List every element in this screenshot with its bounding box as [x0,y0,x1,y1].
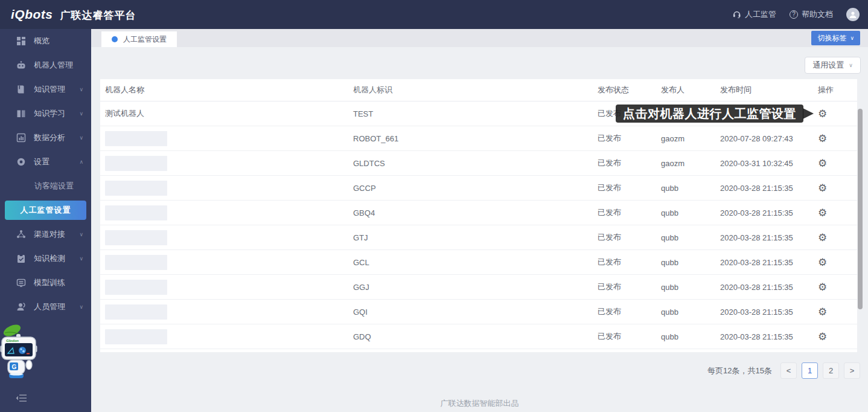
sidebar-item-model-training[interactable]: 模型训练 [0,271,91,295]
publish-status-cell: 已发布 [593,232,656,243]
table-row: GLDTCS 已发布 gaozm 2020-03-31 10:32:45 ⚙ [100,151,857,176]
collapse-sidebar-icon[interactable] [16,394,28,405]
publish-status-cell: 已发布 [593,158,656,169]
settings-gear-icon[interactable]: ⚙ [818,232,827,243]
redacted-name-block [105,280,167,295]
svg-text:G: G [12,364,17,370]
settings-gear-icon[interactable]: ⚙ [818,282,827,293]
publish-time-cell: 2020-03-31 10:32:45 [715,159,807,168]
publisher-cell: qubb [656,283,715,292]
table-header-row: 机器人名称 机器人标识 发布状态 发布人 发布时间 操作 [100,79,857,101]
sidebar-item-label: 人员管理 [34,301,65,312]
robot-id-cell: GLDTCS [348,159,593,168]
table-row: GBQ4 已发布 qubb 2020-03-28 21:15:35 ⚙ [100,201,857,225]
publish-status-cell: 已发布 [593,282,656,292]
user-avatar[interactable] [846,8,860,21]
settings-gear-icon[interactable]: ⚙ [818,331,827,343]
robot-icon [16,60,26,70]
settings-gear-icon[interactable]: ⚙ [818,133,827,144]
supervision-tooltip: 点击对机器人进行人工监管设置 [616,105,803,123]
publisher-cell: qubb [656,208,715,217]
robot-name-cell: 测试机器人 [100,108,348,119]
analysis-icon [16,133,26,143]
help-docs-link[interactable]: ? 帮助文档 [790,9,833,20]
sidebar-item-robot-management[interactable]: 机器人管理 [0,53,91,77]
sidebar-item-label: 模型训练 [34,277,65,288]
column-header-publish-status: 发布状态 [593,85,656,95]
publish-status-cell: 已发布 [593,257,656,268]
redacted-name-block [105,131,167,146]
mascot-image: Glodon G [0,324,37,385]
page-button-1[interactable]: 1 [802,362,818,379]
sidebar-item-label: 机器人管理 [34,60,73,71]
robot-id-cell: GGJ [348,283,593,292]
sidebar-item-manual-supervision-settings[interactable]: 人工监管设置 [5,201,86,220]
publish-time-cell: 2020-03-28 21:15:35 [715,258,807,267]
help-icon: ? [790,10,798,19]
table-row: GTJ 已发布 qubb 2020-03-28 21:15:35 ⚙ [100,225,857,250]
table-row: ROBOT_661 已发布 gaozm 2020-07-28 09:27:43 … [100,126,857,151]
publish-time-cell: 2020-03-28 21:15:35 [715,233,807,242]
learning-icon [16,109,26,118]
settings-gear-icon[interactable]: ⚙ [818,207,827,219]
app-header: iQbots 广联达睿答平台 人工监管 ? 帮助文档 [0,0,868,29]
manual-supervision-link[interactable]: 人工监管 [732,9,776,20]
tab-manual-supervision-settings[interactable]: 人工监管设置 [101,31,177,47]
sidebar-item-knowledge-management[interactable]: 知识管理 ∨ [0,77,91,101]
sidebar-item-knowledge-learning[interactable]: 知识学习 ∨ [0,101,91,126]
sidebar-item-channel-connect[interactable]: 渠道对接 ∨ [0,222,91,246]
chevron-down-icon: ∨ [79,256,83,262]
settings-gear-icon[interactable]: ⚙ [818,182,827,194]
next-page-button[interactable]: > [844,362,860,379]
sidebar-subitem-label: 人工监管设置 [21,205,71,216]
column-header-action: 操作 [807,85,857,95]
publish-time-cell: 2020-03-28 21:15:35 [715,332,807,341]
channel-icon [16,230,26,239]
settings-gear-icon[interactable]: ⚙ [818,158,827,169]
publisher-cell: gaozm [656,159,715,168]
redacted-name-block [105,329,167,344]
sidebar-item-data-analysis[interactable]: 数据分析 ∨ [0,126,91,150]
column-header-robot-name: 机器人名称 [100,85,348,95]
publish-time-cell: 2020-03-28 21:15:35 [715,208,807,217]
redacted-name-block [105,255,167,270]
redacted-name-block [105,304,167,320]
manual-supervision-label: 人工监管 [745,9,776,20]
publish-status-cell: 已发布 [593,306,656,317]
publish-status-cell: 已发布 [593,331,656,342]
platform-name: 广联达睿答平台 [60,8,136,22]
sidebar-item-personnel-management[interactable]: 人员管理 ∨ [0,295,91,319]
chevron-down-icon: ∨ [849,62,853,68]
sidebar-item-overview[interactable]: 概览 [0,29,91,53]
publisher-cell: qubb [656,258,715,267]
robot-id-cell: GBQ4 [348,208,593,217]
sidebar-item-label: 渠道对接 [34,229,65,240]
switch-tag-button[interactable]: 切换标签 ∨ [811,31,860,45]
table-row: GCL 已发布 qubb 2020-03-28 21:15:35 ⚙ [100,250,857,275]
page-button-2[interactable]: 2 [823,362,839,379]
general-settings-dropdown[interactable]: 通用设置 ∨ [805,57,861,74]
svg-text:Glodon: Glodon [6,339,19,343]
prev-page-button[interactable]: < [780,362,797,379]
settings-gear-icon[interactable]: ⚙ [818,306,827,318]
vertical-scrollbar[interactable] [858,109,863,309]
chevron-up-icon: ∧ [79,159,83,165]
sidebar-item-settings[interactable]: 设置 ∧ [0,150,91,174]
publish-status-cell: 已发布 [593,182,656,193]
training-icon [16,278,26,288]
chevron-down-icon: ∨ [79,304,83,310]
column-header-publish-time: 发布时间 [715,85,807,95]
sidebar-item-knowledge-detection[interactable]: 知识检测 ∨ [0,246,91,271]
sidebar-item-visitor-settings[interactable]: 访客端设置 [0,174,91,198]
active-tab-dot [112,36,118,42]
chevron-down-icon: ∨ [79,111,83,117]
sidebar-item-label: 知识学习 [34,108,65,119]
column-header-robot-id: 机器人标识 [348,85,593,95]
chevron-down-icon: ∨ [79,231,83,237]
settings-gear-icon[interactable]: ⚙ [818,108,827,120]
settings-gear-icon[interactable]: ⚙ [818,257,827,268]
knowledge-icon [16,85,26,94]
redacted-name-block [105,230,167,245]
redacted-name-block [105,205,167,220]
table-row: GCCP 已发布 qubb 2020-03-28 21:15:35 ⚙ [100,176,857,201]
